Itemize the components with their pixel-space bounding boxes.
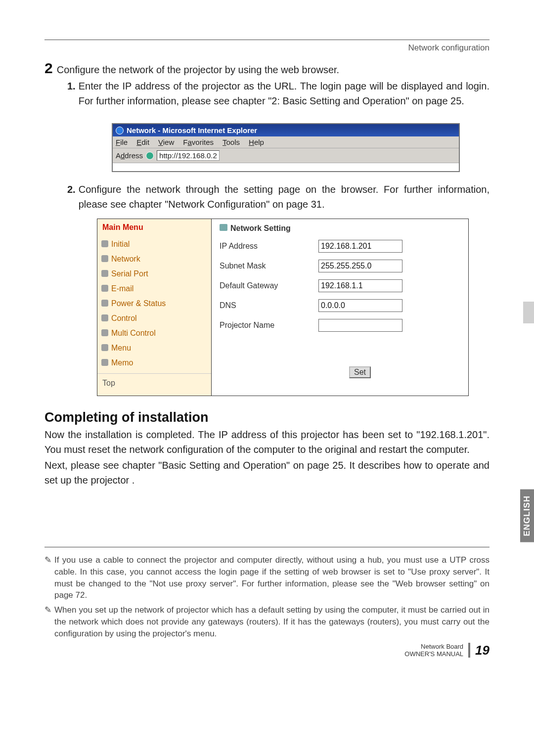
page-footer: Network Board OWNER'S MANUAL 19 (44, 643, 490, 658)
footnote-2: When you set up the network of projector… (54, 604, 490, 639)
sidebar-item-initial[interactable]: Initial (97, 237, 211, 252)
label-subnet-mask: Subnet Mask (220, 262, 318, 270)
footer-divider (468, 643, 470, 658)
browser-title: Network - Microsoft Internet Explorer (127, 126, 257, 134)
browser-menubar: File Edit View Favorites Tools Help (113, 136, 459, 148)
input-subnet-mask[interactable] (318, 260, 402, 272)
top-link[interactable]: Top (97, 373, 211, 396)
sidebar-item-multi-control[interactable]: Multi Control (97, 326, 211, 341)
address-field[interactable]: http://192.168.0.2 (157, 150, 220, 161)
label-default-gateway: Default Gateway (220, 281, 318, 290)
label-projector-name: Projector Name (220, 321, 318, 330)
sidebar-item-serial-port[interactable]: Serial Port (97, 267, 211, 281)
main-menu-heading: Main Menu (97, 219, 211, 237)
sidebar-item-control[interactable]: Control (97, 311, 211, 326)
browser-title-bar: Network - Microsoft Internet Explorer (113, 124, 459, 136)
menu-help[interactable]: Help (249, 138, 264, 146)
edge-tab-grey (523, 302, 534, 323)
step-2-lead: Configure the network of the projector b… (57, 64, 339, 76)
step-2-1-text: Enter the IP address of the projector as… (79, 79, 490, 108)
menu-file[interactable]: File (116, 138, 128, 146)
step-2-2-text: Configure the network through the settin… (79, 182, 490, 212)
step-2-1-number: 1. (67, 81, 76, 92)
footer-line1: Network Board (404, 643, 463, 651)
menu-tools[interactable]: Tools (222, 138, 240, 146)
completing-p2: Next, please see chapter "Basic Setting … (44, 458, 490, 488)
sidebar-item-menu[interactable]: Menu (97, 341, 211, 356)
network-setting-heading: Network Setting (220, 223, 460, 240)
step-2-number: 2 (44, 61, 53, 76)
sidebar-item-network[interactable]: Network (97, 252, 211, 267)
step-2-2-number: 2. (67, 184, 76, 195)
completing-heading: Completing of installation (44, 410, 490, 425)
label-ip-address: IP Address (220, 242, 318, 251)
browser-viewport (113, 163, 459, 171)
note-icon: ✎ (44, 554, 51, 601)
input-projector-name[interactable] (318, 319, 402, 332)
menu-view[interactable]: View (158, 138, 174, 146)
running-head: Network configuration (44, 43, 490, 53)
menu-fav[interactable]: Favorites (183, 138, 214, 146)
browser-window: Network - Microsoft Internet Explorer Fi… (112, 123, 460, 172)
menu-edit[interactable]: Edit (136, 138, 149, 146)
label-dns: DNS (220, 301, 318, 310)
input-default-gateway[interactable] (318, 279, 402, 292)
input-ip-address[interactable] (318, 240, 402, 253)
completing-p1: Now the installation is completed. The I… (44, 427, 490, 457)
note-icon: ✎ (44, 604, 51, 639)
sidebar-item-email[interactable]: E-mail (97, 281, 211, 296)
sidebar-item-memo[interactable]: Memo (97, 356, 211, 370)
footer-line2: OWNER'S MANUAL (404, 650, 463, 658)
ie-logo-icon (116, 127, 124, 134)
language-tab: ENGLISH (520, 489, 534, 542)
footnote-1: If you use a cable to connect the projec… (54, 554, 490, 601)
page-icon (146, 152, 154, 160)
footnotes: ✎ If you use a cable to connect the proj… (44, 547, 490, 640)
set-button[interactable]: Set (349, 366, 371, 378)
address-label: Address (116, 151, 143, 160)
sidebar-item-power-status[interactable]: Power & Status (97, 296, 211, 311)
input-dns[interactable] (318, 299, 402, 312)
network-setting-panel: Main Menu Initial Network Serial Port E-… (97, 219, 469, 396)
page-number: 19 (475, 643, 490, 658)
